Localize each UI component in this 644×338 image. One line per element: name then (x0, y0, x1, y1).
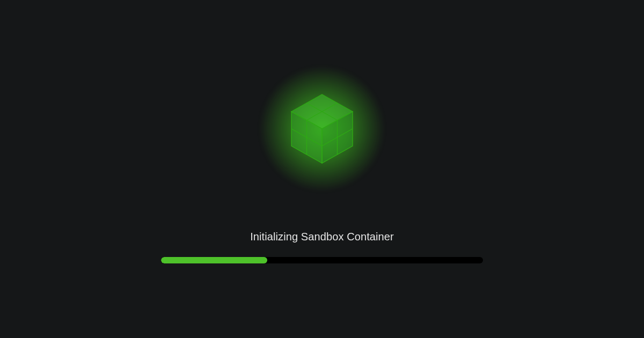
progress-fill (161, 257, 267, 263)
loading-screen: Initializing Sandbox Container (161, 59, 483, 263)
cube-glow (252, 59, 392, 199)
cube-wireframe-icon (287, 91, 357, 166)
progress-bar (161, 257, 483, 263)
status-text: Initializing Sandbox Container (250, 231, 394, 243)
